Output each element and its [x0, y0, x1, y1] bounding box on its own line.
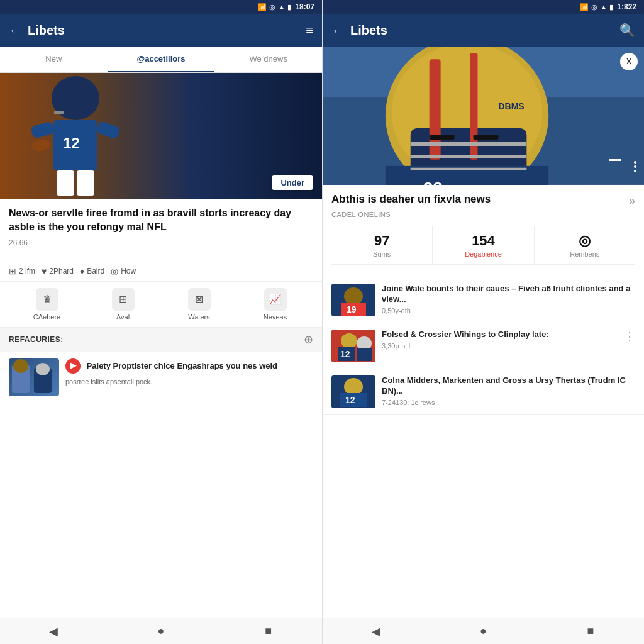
left-tab-bar: New @accetiliors We dnews	[0, 47, 322, 73]
right-back-button[interactable]: ←	[331, 23, 344, 38]
right-app-title: Libets	[350, 23, 619, 38]
right-wifi-icon: 📶	[580, 3, 589, 11]
svg-rect-26	[430, 135, 455, 140]
action-pill-ifm[interactable]: ⊞ 2 ifm	[9, 266, 35, 276]
left-status-bar: 📶 ◎ ▲ ▮ 18:07	[0, 0, 322, 14]
minimize-icon	[609, 159, 621, 161]
tab-wednews[interactable]: We dnews	[214, 47, 322, 72]
right-news-list: 19 Joine Wale bounts to their caues – Fi…	[323, 277, 644, 618]
waters-icon: ⊠	[188, 288, 211, 311]
svg-text:28: 28	[423, 179, 443, 185]
right-panel: 📶 ◎ ▲ ▮ 1:822 ← Libets 🔍 28	[322, 0, 644, 644]
left-status-icons: 📶 ◎ ▲ ▮	[258, 3, 291, 11]
left-nav-bar: ◀ ● ■	[0, 618, 322, 644]
svg-rect-1	[54, 111, 64, 114]
more-icon[interactable]	[634, 161, 636, 172]
news-item-0[interactable]: 19 Joine Wale bounts to their caues – Fi…	[323, 277, 644, 323]
right-status-bar: 📶 ◎ ▲ ▮ 1:822	[323, 0, 644, 14]
featured-title: ▶ Palety Proptister chice Engashraps you…	[65, 358, 313, 375]
svg-text:12: 12	[340, 349, 350, 359]
right-home-nav[interactable]: ●	[474, 622, 492, 641]
detail-close-button[interactable]: X	[620, 53, 638, 70]
right-search-button[interactable]: 🔍	[619, 23, 635, 38]
neveas-icon: 📈	[264, 288, 287, 311]
right-ring-icon: ◎	[591, 3, 597, 11]
action-pill-baird[interactable]: ♦ Baird	[80, 266, 104, 276]
news-text-2: Colna Midders, Markenten and Gross a Urs…	[382, 375, 635, 406]
detail-title-row: Abthis is deaher un fixvla news »	[331, 192, 635, 208]
left-back-nav[interactable]: ◀	[44, 622, 63, 641]
featured-text: ▶ Palety Proptister chice Engashraps you…	[65, 358, 313, 386]
detail-content: Abthis is deaher un fixvla news » CADEL …	[323, 185, 644, 277]
news-more-button-1[interactable]: ⋮	[624, 330, 635, 343]
news-item-2[interactable]: 12 Colna Midders, Markenten and Gross a …	[323, 369, 644, 415]
right-back-nav[interactable]: ◀	[367, 622, 386, 641]
cat-waters[interactable]: ⊠ Waters	[161, 288, 237, 321]
right-square-nav[interactable]: ■	[581, 622, 600, 641]
svg-text:19: 19	[347, 304, 357, 314]
svg-point-36	[357, 336, 372, 350]
forward-button[interactable]: »	[629, 194, 635, 208]
left-back-button[interactable]: ←	[9, 23, 21, 38]
detail-title-text: Abthis is deaher un fixvla news	[331, 192, 624, 206]
tab-new[interactable]: New	[0, 47, 108, 72]
left-square-nav[interactable]: ■	[259, 622, 278, 641]
svg-point-39	[344, 378, 363, 396]
stat-degabience: 154 Degabience	[433, 226, 534, 264]
cat-neveas[interactable]: 📈 Neveas	[237, 288, 313, 321]
stats-row: 97 Sums 154 Degabience ◎ Rembens	[331, 226, 635, 265]
svg-rect-8	[77, 170, 94, 196]
right-nav-bar: ◀ ● ■	[323, 618, 644, 644]
battery-icon: ▮	[287, 3, 291, 11]
svg-rect-7	[57, 170, 74, 196]
svg-point-10	[13, 359, 28, 373]
news-thumb-1: 12	[331, 330, 375, 362]
baird-icon: ♦	[80, 266, 84, 276]
right-status-icons: 📶 ◎ ▲ ▮	[580, 3, 613, 11]
stat-sums: 97 Sums	[331, 226, 433, 264]
right-battery-icon: ▮	[609, 3, 613, 11]
action-pill-how[interactable]: ◎ How	[111, 266, 136, 276]
right-signal-icon: ▲	[600, 3, 607, 11]
cat-aval[interactable]: ⊞ Aval	[85, 288, 161, 321]
left-app-title: Libets	[28, 23, 306, 38]
svg-rect-37	[357, 348, 372, 361]
news-text-0: Joine Wale bounts to their caues – Fiveh…	[382, 284, 635, 314]
svg-text:12: 12	[345, 395, 355, 405]
svg-point-6	[31, 138, 52, 153]
svg-point-12	[36, 363, 50, 375]
signal-icon: ▲	[278, 3, 285, 11]
detail-subtitle: CADEL ONELINS	[331, 211, 635, 218]
featured-thumb	[9, 358, 59, 396]
right-detail-hero: 28 DBMS X	[323, 47, 644, 185]
cat-caebere[interactable]: ♛ CAebere	[9, 288, 85, 321]
how-icon: ◎	[111, 266, 118, 276]
svg-rect-27	[474, 135, 499, 140]
featured-card[interactable]: ▶ Palety Proptister chice Engashraps you…	[0, 352, 322, 402]
left-panel: 📶 ◎ ▲ ▮ 18:07 ← Libets ≡ New @accetilior…	[0, 0, 322, 644]
section-add-button[interactable]: ⊕	[304, 333, 313, 347]
ifm-icon: ⊞	[9, 266, 16, 276]
category-row: ♛ CAebere ⊞ Aval ⊠ Waters 📈 Neveas	[0, 282, 322, 328]
tab-accetiliors[interactable]: @accetiliors	[108, 47, 215, 72]
svg-text:12: 12	[63, 135, 80, 152]
svg-point-29	[344, 287, 363, 305]
action-pills-bar: ⊞ 2 ifm ♥ 2Phard ♦ Baird ◎ How	[0, 261, 322, 282]
svg-text:DBMS: DBMS	[498, 101, 524, 111]
news-item-1[interactable]: 12 Folsed & Crossier Wihings to Clinplay…	[323, 323, 644, 369]
refacuries-section-header: REFACURIES: ⊕	[0, 328, 322, 352]
left-menu-button[interactable]: ≡	[306, 23, 313, 38]
right-time: 1:822	[617, 3, 636, 11]
play-button[interactable]: ▶	[65, 358, 80, 374]
article-date: 26.66	[9, 238, 313, 247]
news-text-1: Folsed & Crossier Wihings to Clinplay la…	[382, 330, 618, 350]
news-thumb-2: 12	[331, 375, 375, 408]
left-article-content: News-or servlle firee fromd in as bravil…	[0, 199, 322, 261]
right-app-header: ← Libets 🔍	[323, 14, 644, 47]
left-time: 18:07	[295, 3, 314, 11]
left-hero-image: 12 Under	[0, 73, 322, 199]
news-thumb-0: 19	[331, 284, 375, 316]
action-pill-phard[interactable]: ♥ 2Phard	[42, 266, 74, 276]
left-home-nav[interactable]: ●	[152, 622, 170, 641]
ring-icon: ◎	[269, 3, 275, 11]
